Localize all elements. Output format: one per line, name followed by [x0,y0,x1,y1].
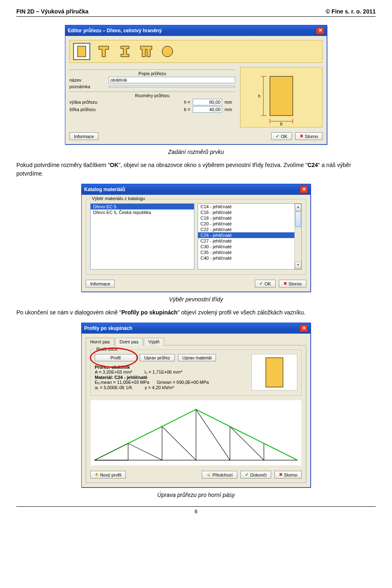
list-item[interactable]: C14 - jehličnaté [198,204,301,209]
svg-line-12 [128,427,162,443]
svg-point-1 [162,46,173,57]
list-item[interactable]: C27 - jehličnaté [198,238,301,244]
list-item[interactable]: C24 - jehličnaté [198,232,301,238]
storno-button[interactable]: ✖Storno [279,280,306,287]
profil-group-title: Profil dílce: [95,347,120,352]
tab-dolní-pas[interactable]: Dolní pas [115,338,143,345]
profil-button[interactable]: Profil [95,354,136,361]
katalog-right-list[interactable]: C14 - jehličnatéC16 - jehličnatéC18 - je… [198,203,302,270]
dim-b-label: b [280,122,283,125]
arrow-left-icon: ⮘ [206,472,211,477]
symbol-h: h = [179,100,190,105]
input-sirka[interactable]: 40,00 [193,106,222,113]
list-item[interactable]: C35 - jehličnaté [198,249,301,255]
profily-tabs: Horní pasDolní pasVýplň [86,338,306,345]
list-item[interactable]: C16 - jehličnaté [198,209,301,215]
list-item[interactable]: C18 - jehličnaté [198,215,301,221]
svg-rect-0 [78,46,86,57]
document-header: FIN 2D – Výuková příručka © Fine s. r. o… [16,8,376,17]
caption-3: Úprava průřezu pro horní pásy [16,492,376,498]
input-nazev[interactable]: obdélník [109,77,235,83]
check-icon: ✔ [245,472,249,477]
shape-t-icon[interactable] [97,45,111,58]
scrollbar[interactable]: ▲ ▼ [294,204,301,269]
page-number: 6 [16,506,376,514]
predchozi-button[interactable]: ⮘Předchozí [202,471,237,479]
label-poznamka: poznámka [69,84,106,89]
list-item[interactable]: Dřevo EC 5 [91,204,194,209]
novy-profil-button[interactable]: ✚Nový profil [90,471,126,479]
katalog-titlebar[interactable]: Katalog materiálů ✕ [82,184,310,195]
unit-b: mm [225,107,235,112]
katalog-title: Katalog materiálů [84,187,125,192]
label-sirka: šířka průřezu [69,107,106,112]
close-icon[interactable]: ✕ [316,27,324,34]
document-page: FIN 2D – Výuková příručka © Fine s. r. o… [0,0,392,531]
scroll-up-button[interactable]: ▲ [295,204,301,211]
label-vyska: výška průřezu [69,100,106,105]
list-item[interactable]: Dřevo EC 5, Česká republika [91,209,194,215]
storno-button[interactable]: ✖Storno [295,132,323,140]
scroll-thumb[interactable] [295,212,301,227]
x-icon: ✖ [283,281,287,286]
info-prurez: Průřez: obdélník [95,365,247,370]
svg-line-13 [162,410,196,427]
profily-window: Profily po skupinách ✕ Horní pasDolní pa… [81,323,311,488]
uprav-material-button[interactable]: Uprav materiál [178,354,216,361]
close-icon[interactable]: ✕ [300,186,308,193]
info-material: Materiál: C24 - jehličnaté [95,375,247,380]
section-preview: h b [240,67,323,127]
list-item[interactable]: C40 - jehličnaté [198,255,301,261]
profily-titlebar[interactable]: Profily po skupinách ✕ [82,323,310,334]
tab-horní-pas[interactable]: Horní pas [86,338,114,345]
info-gamma: γ = 4,20 kN/m³ [145,385,174,390]
shape-circle-icon[interactable] [160,45,174,58]
shape-pi-icon[interactable] [139,45,153,58]
truss-preview [90,400,302,466]
katalog-group-title: Výběr materiálu z katalogu [90,196,147,201]
info-G: Gmean = 690,0E+00 MPa [157,380,209,385]
list-item[interactable]: C30 - jehličnaté [198,244,301,249]
shape-picker [69,40,323,63]
label-nazev: název [69,78,106,82]
svg-line-15 [230,427,264,443]
plus-icon: ✚ [95,472,98,477]
check-icon: ✔ [276,134,279,139]
section-popis: Popis průřezu [69,69,235,76]
katalog-window: Katalog materiálů ✕ Výběr materiálu z ka… [81,184,311,292]
svg-line-16 [264,443,297,460]
paragraph-2: Po ukončení se nám v dialogovém okně "Pr… [16,308,376,317]
paragraph-1: Pokud potvrdíme rozměry tlačítkem "OK", … [16,161,376,178]
editor-titlebar[interactable]: Editor průřezu – Dřevo, celistvý hraněný… [65,25,327,36]
tab-výplň[interactable]: Výplň [144,338,164,345]
list-item[interactable]: C20 - jehličnaté [198,221,301,227]
x-icon: ✖ [279,472,283,477]
storno-button[interactable]: ✖Storno [274,471,302,479]
svg-line-14 [196,410,230,427]
editor-title: Editor průřezu – Dřevo, celistvý hraněný [68,28,162,33]
input-poznamka[interactable] [109,86,235,87]
ok-button[interactable]: ✔OK [255,280,276,287]
ok-button[interactable]: ✔OK [271,132,292,140]
section-rozmery: Rozměry průřezu [69,91,235,98]
info-alpha: αₜ = 5,000E-06 1/K [95,385,132,390]
informace-button[interactable]: Informace [86,280,115,287]
close-icon[interactable]: ✕ [300,325,308,332]
uprav-prurez-button[interactable]: Uprav průřez [140,354,175,361]
info-A: A = 3,20E+03 mm² [95,370,132,375]
shape-rectangle-icon[interactable] [74,44,89,59]
caption-2: Výběr pevnostní třídy [16,296,376,303]
svg-rect-2 [270,76,293,116]
katalog-left-list[interactable]: Dřevo EC 5Dřevo EC 5, Česká republika [90,203,194,270]
x-icon: ✖ [300,134,303,139]
svg-rect-9 [266,358,283,387]
informace-button[interactable]: Informace [69,132,98,140]
scroll-down-button[interactable]: ▼ [295,262,301,269]
list-item[interactable]: C22 - jehličnaté [198,227,301,232]
caption-1: Zadání rozměrů prvku [16,149,376,155]
unit-h: mm [225,100,235,105]
dokonci-button[interactable]: ✔Dokonči [241,471,271,479]
input-vyska[interactable]: 80,00 [193,99,222,105]
profil-preview [252,354,297,390]
shape-i-icon[interactable] [118,45,132,58]
